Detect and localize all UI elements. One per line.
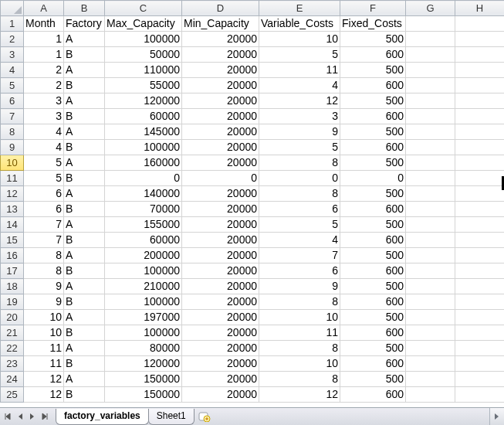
cell[interactable] (406, 186, 455, 202)
cell[interactable]: A (64, 63, 105, 78)
cell[interactable]: 500 (340, 248, 406, 264)
cell[interactable]: A (64, 94, 105, 109)
cell[interactable]: B (64, 387, 105, 403)
cell[interactable]: 3 (24, 94, 64, 109)
cell[interactable]: 9 (24, 294, 64, 310)
cell[interactable]: 10 (24, 325, 64, 341)
cell[interactable] (455, 217, 505, 233)
row-header[interactable]: 11 (1, 171, 24, 186)
cell[interactable]: 12 (259, 94, 340, 109)
cell[interactable]: 100000 (105, 140, 182, 155)
cell[interactable]: 600 (340, 78, 406, 94)
cell[interactable] (406, 341, 455, 356)
cell[interactable]: 3 (24, 109, 64, 124)
cell[interactable]: 100000 (105, 294, 182, 310)
cell[interactable]: 140000 (105, 186, 182, 202)
new-sheet-icon[interactable] (194, 408, 215, 425)
cell[interactable]: 600 (340, 294, 406, 310)
cell[interactable]: 20000 (182, 325, 259, 341)
col-header-D[interactable]: D (182, 1, 259, 16)
cell[interactable]: 3 (259, 109, 340, 124)
cell[interactable] (455, 78, 505, 94)
cell[interactable] (455, 356, 505, 372)
cell[interactable] (406, 63, 455, 78)
cell[interactable]: 7 (259, 248, 340, 264)
cell[interactable]: 20000 (182, 294, 259, 310)
cell[interactable] (455, 124, 505, 140)
cell[interactable]: 0 (182, 171, 259, 186)
cell[interactable]: A (64, 124, 105, 140)
cell[interactable]: 20000 (182, 217, 259, 233)
cell[interactable] (455, 310, 505, 325)
cell[interactable]: B (64, 233, 105, 248)
cell[interactable]: 20000 (182, 248, 259, 264)
cell[interactable]: 145000 (105, 124, 182, 140)
cell[interactable] (406, 217, 455, 233)
cell[interactable] (406, 356, 455, 372)
cell[interactable]: 10 (24, 310, 64, 325)
cell[interactable]: 600 (340, 325, 406, 341)
row-header[interactable]: 9 (1, 140, 24, 155)
cell[interactable] (455, 325, 505, 341)
tab-nav-next-icon[interactable] (26, 410, 39, 423)
cell[interactable]: 0 (105, 171, 182, 186)
cell[interactable] (455, 16, 505, 32)
cell[interactable]: 9 (259, 124, 340, 140)
cell[interactable]: 1 (24, 47, 64, 63)
cell[interactable]: 500 (340, 341, 406, 356)
horizontal-scroll-right-icon[interactable] (489, 408, 504, 425)
cell[interactable]: 600 (340, 387, 406, 403)
row-header[interactable]: 15 (1, 233, 24, 248)
cell[interactable]: B (64, 202, 105, 217)
cell[interactable]: 500 (340, 279, 406, 294)
cell[interactable]: 6 (259, 202, 340, 217)
cell[interactable]: B (64, 140, 105, 155)
row-header[interactable]: 4 (1, 63, 24, 78)
cell[interactable] (406, 109, 455, 124)
cell[interactable]: 500 (340, 155, 406, 171)
cell[interactable] (406, 248, 455, 264)
cell[interactable]: 20000 (182, 310, 259, 325)
cell[interactable]: 5 (24, 171, 64, 186)
cell[interactable]: 8 (259, 186, 340, 202)
col-header-H[interactable]: H (455, 1, 505, 16)
cell[interactable]: 20000 (182, 186, 259, 202)
cell[interactable]: 500 (340, 63, 406, 78)
cell[interactable]: B (64, 171, 105, 186)
cell[interactable]: 500 (340, 310, 406, 325)
cell[interactable] (406, 294, 455, 310)
cell[interactable] (406, 325, 455, 341)
row-header[interactable]: 16 (1, 248, 24, 264)
cell[interactable]: 20000 (182, 202, 259, 217)
cell[interactable] (455, 264, 505, 279)
cell[interactable]: 2 (24, 63, 64, 78)
row-header[interactable]: 2 (1, 32, 24, 47)
row-header[interactable]: 3 (1, 47, 24, 63)
cell[interactable]: Max_Capacity (105, 16, 182, 32)
cell[interactable]: 20000 (182, 155, 259, 171)
row-header[interactable]: 12 (1, 186, 24, 202)
cell[interactable]: B (64, 325, 105, 341)
cell[interactable]: 8 (259, 341, 340, 356)
cell[interactable]: 11 (259, 325, 340, 341)
row-header[interactable]: 1 (1, 16, 24, 32)
cell[interactable]: A (64, 248, 105, 264)
cell[interactable]: 9 (259, 279, 340, 294)
cell[interactable]: 20000 (182, 372, 259, 387)
cell[interactable]: 20000 (182, 387, 259, 403)
cell[interactable]: 12 (24, 372, 64, 387)
col-header-C[interactable]: C (105, 1, 182, 16)
cell[interactable]: 8 (259, 294, 340, 310)
cell[interactable] (455, 155, 505, 171)
cell[interactable] (406, 140, 455, 155)
cell[interactable]: 6 (24, 202, 64, 217)
cell[interactable]: 12 (259, 387, 340, 403)
cell[interactable]: 600 (340, 202, 406, 217)
cell[interactable]: A (64, 341, 105, 356)
cell[interactable] (406, 32, 455, 47)
cell[interactable] (406, 233, 455, 248)
row-header[interactable]: 24 (1, 372, 24, 387)
cell[interactable]: 150000 (105, 387, 182, 403)
cell[interactable] (406, 171, 455, 186)
cell[interactable]: 20000 (182, 279, 259, 294)
